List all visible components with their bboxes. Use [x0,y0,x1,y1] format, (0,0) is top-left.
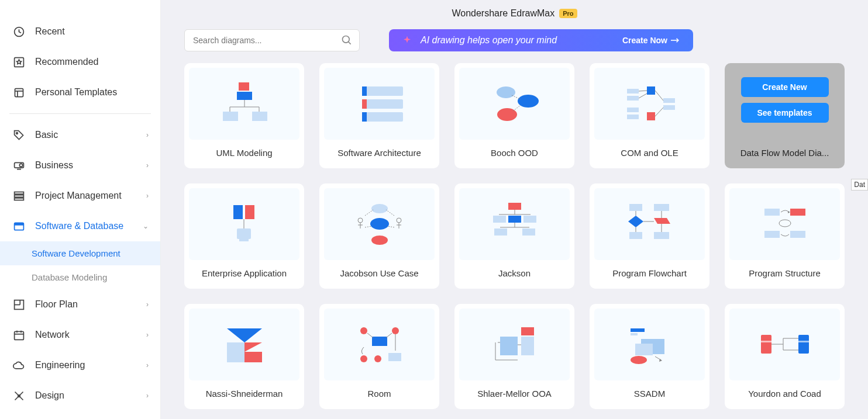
sidebar-item-recommended[interactable]: Recommended [0,47,160,77]
template-card-room[interactable]: Room [319,304,439,409]
svg-rect-125 [635,344,653,355]
template-card-progstruct[interactable]: Program Structure [725,183,845,289]
svg-rect-130 [761,341,771,342]
sparkle-icon [402,35,412,46]
svg-point-66 [358,218,363,223]
template-label: COM and OLE [594,144,705,164]
svg-rect-59 [245,205,254,219]
app-header: Wondershare EdrawMax Pro [161,0,868,23]
svg-line-54 [639,91,647,91]
svg-point-41 [497,86,515,98]
template-label: Yourdon and Coad [729,385,840,404]
svg-rect-131 [798,335,809,354]
template-thumb [189,188,299,260]
svg-rect-53 [663,105,675,110]
svg-point-64 [370,218,389,230]
svg-rect-105 [244,352,262,362]
template-card-enterprise[interactable]: Enterprise Application [184,183,304,289]
svg-rect-48 [627,89,639,94]
sidebar-item-engineering[interactable]: Engineering› [0,350,160,380]
chevron-right-icon: › [146,361,149,369]
sidebar-item-floor-plan[interactable]: Floor Plan› [0,289,160,320]
sidebar-subitem-software-development[interactable]: Software Development [0,241,160,265]
sidebar-item-software-database[interactable]: Software & Database⌄ [0,211,160,241]
svg-line-25 [349,42,351,44]
svg-line-112 [367,333,373,338]
search-box [184,29,360,51]
sidebar-item-recent[interactable]: Recent [0,16,160,47]
layers-icon [12,189,26,203]
template-label: Nassi-Shneiderman [189,385,299,404]
svg-point-42 [518,95,539,108]
template-card-arch[interactable]: Software Architecture [319,63,439,168]
svg-rect-132 [798,341,809,342]
template-label: Software Architecture [324,144,435,164]
svg-rect-117 [521,337,534,355]
template-card-yourdon[interactable]: Yourdon and Coad [725,304,845,409]
template-card-ssadm[interactable]: SSADM [590,304,709,409]
template-thumb [594,68,705,140]
svg-point-63 [371,204,388,213]
template-card-shlaer[interactable]: Shlaer-Mellor OOA [454,304,574,409]
svg-rect-99 [790,231,805,238]
svg-rect-61 [237,228,251,239]
svg-rect-84 [494,228,507,236]
chevron-right-icon: › [146,331,149,339]
chevron-right-icon: › [146,392,149,400]
svg-rect-115 [521,327,534,335]
sidebar-item-personal-templates[interactable]: Personal Templates [0,77,160,108]
svg-rect-85 [522,228,535,236]
svg-marker-100 [788,211,790,213]
sidebar-subitem-database-modeling[interactable]: Database Modeling [0,265,160,289]
svg-rect-96 [764,209,780,216]
chevron-down-icon: ⌄ [143,222,149,230]
svg-rect-88 [629,232,642,239]
svg-rect-2 [15,88,23,96]
sidebar-item-design[interactable]: Design› [0,380,160,411]
template-card-uml[interactable]: UML Modeling [184,63,304,168]
window-icon [12,219,26,233]
search-input[interactable] [184,29,360,51]
chevron-right-icon: › [146,300,149,309]
svg-rect-34 [252,112,267,121]
search-icon[interactable] [341,34,353,46]
template-card-jackson[interactable]: Jackson [454,183,574,289]
svg-line-55 [639,94,647,98]
svg-line-72 [365,210,373,216]
template-card-comole[interactable]: COM and OLE [590,63,709,168]
svg-point-109 [360,355,367,362]
svg-rect-122 [631,328,645,332]
sidebar-item-network[interactable]: Network› [0,320,160,350]
svg-rect-10 [14,195,23,197]
sidebar-item-basic[interactable]: Basic› [0,120,160,150]
template-thumb [459,188,570,260]
svg-rect-13 [14,223,23,225]
template-card-dataflow[interactable]: Create NewSee templatesData Flow Model D… [725,63,845,168]
template-label: Shlaer-Mellor OOA [459,385,570,404]
svg-point-65 [371,236,388,245]
template-card-flowchart[interactable]: Program Flowchart [590,183,709,289]
svg-point-126 [631,356,647,364]
svg-line-74 [386,210,394,216]
sidebar-item-label: Personal Templates [35,87,117,98]
design-icon [12,389,26,403]
create-new-button[interactable]: Create New [741,77,829,97]
app-title: Wondershare EdrawMax [452,8,554,19]
svg-marker-102 [227,328,262,342]
sidebar-item-project-management[interactable]: Project Management› [0,181,160,211]
svg-rect-86 [629,204,642,211]
see-templates-button[interactable]: See templates [741,103,829,123]
svg-rect-80 [508,216,521,223]
ai-create-now-button[interactable]: Create Now [622,36,680,45]
template-card-jacobson[interactable]: Jacobson Use Case [319,183,439,289]
svg-rect-47 [647,112,655,120]
ai-banner[interactable]: AI drawing helps open your mind Create N… [389,29,693,51]
template-card-nassi[interactable]: Nassi-Shneiderman [184,304,304,409]
svg-point-43 [497,108,517,121]
ai-banner-text: AI drawing helps open your mind [421,35,622,46]
template-card-booch[interactable]: Booch OOD [454,63,574,168]
svg-rect-28 [237,92,252,100]
sidebar-item-business[interactable]: Business› [0,150,160,181]
sidebar-divider [9,113,151,114]
svg-rect-90 [654,232,669,239]
